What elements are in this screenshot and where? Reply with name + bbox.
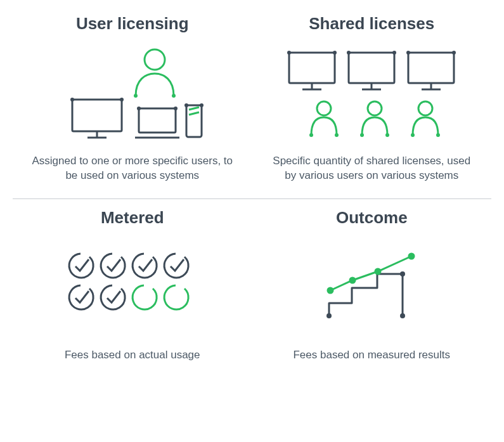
- svg-point-39: [411, 133, 415, 137]
- checkmark-meter-icon: [63, 249, 202, 325]
- svg-point-42: [400, 313, 405, 318]
- svg-point-26: [392, 51, 396, 55]
- svg-rect-12: [186, 105, 202, 137]
- svg-point-6: [70, 98, 74, 101]
- svg-point-47: [409, 254, 414, 259]
- outcome-cell: Outcome Fees based on meas: [252, 199, 492, 378]
- svg-point-40: [436, 133, 440, 137]
- monitors-over-users-icon: [280, 45, 463, 140]
- metered-desc: Fees based on actual usage: [28, 348, 237, 363]
- svg-point-16: [200, 103, 204, 107]
- svg-point-37: [385, 133, 389, 137]
- shared-licenses-title: Shared licenses: [268, 14, 477, 34]
- svg-point-15: [184, 103, 188, 107]
- svg-point-0: [145, 49, 165, 70]
- svg-point-10: [137, 107, 141, 110]
- outcome-desc: Fees based on measured results: [268, 348, 477, 363]
- svg-point-46: [375, 269, 380, 274]
- pricing-models-grid: Metered: [13, 199, 491, 378]
- svg-point-20: [287, 51, 291, 55]
- svg-point-45: [350, 278, 355, 283]
- outcome-title: Outcome: [268, 208, 477, 228]
- svg-point-1: [134, 94, 138, 98]
- svg-rect-17: [289, 53, 335, 83]
- svg-point-31: [452, 51, 456, 55]
- user-licensing-title: User licensing: [28, 14, 237, 34]
- svg-point-44: [328, 288, 333, 293]
- svg-line-13: [189, 107, 199, 110]
- shared-licenses-illustration: [268, 45, 477, 140]
- user-over-devices-icon: [56, 45, 209, 140]
- svg-rect-8: [139, 108, 176, 133]
- metered-cell: Metered: [13, 199, 252, 378]
- svg-point-11: [174, 107, 178, 110]
- user-licensing-cell: User licensing: [13, 5, 252, 198]
- outcome-illustration: [268, 239, 477, 334]
- svg-point-33: [309, 133, 313, 137]
- svg-point-38: [418, 101, 432, 115]
- shared-licenses-desc: Specific quantity of shared licenses, us…: [268, 154, 477, 183]
- svg-point-32: [317, 101, 331, 115]
- svg-line-14: [189, 112, 199, 115]
- svg-rect-22: [349, 53, 394, 83]
- metered-title: Metered: [28, 208, 237, 228]
- svg-point-41: [326, 313, 332, 318]
- svg-rect-27: [408, 53, 454, 83]
- user-licensing-desc: Assigned to one or more specific users, …: [28, 154, 237, 183]
- svg-point-43: [400, 271, 405, 276]
- svg-point-21: [333, 51, 337, 55]
- growth-chart-icon: [318, 249, 425, 325]
- svg-rect-3: [72, 100, 122, 131]
- svg-point-25: [347, 51, 351, 55]
- svg-point-2: [172, 94, 176, 98]
- licensing-models-grid: User licensing: [13, 5, 491, 198]
- svg-point-36: [360, 133, 364, 137]
- svg-point-7: [120, 98, 124, 101]
- metered-illustration: [28, 239, 237, 334]
- user-licensing-illustration: [28, 45, 237, 140]
- svg-point-34: [335, 133, 339, 137]
- svg-point-35: [368, 101, 382, 115]
- shared-licenses-cell: Shared licenses: [252, 5, 492, 198]
- svg-point-30: [406, 51, 410, 55]
